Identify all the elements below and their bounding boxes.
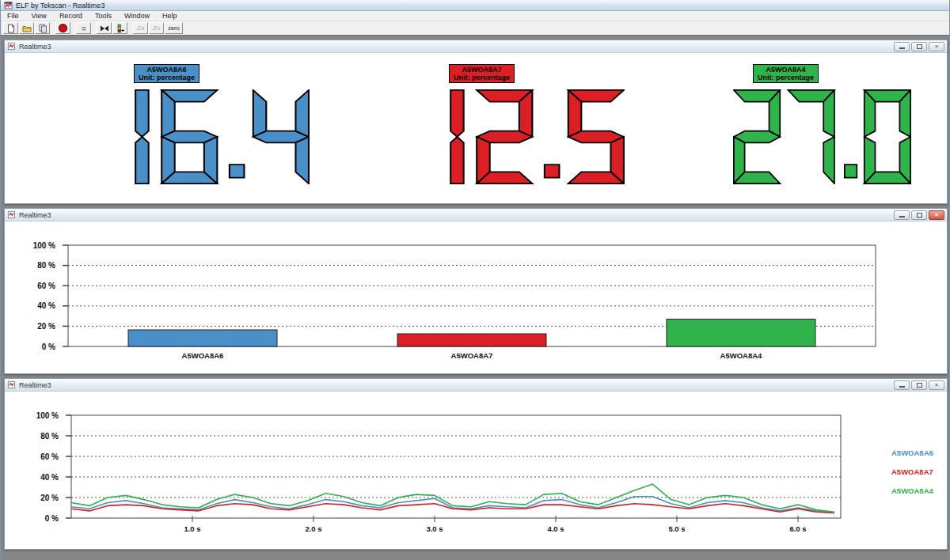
minimize-button[interactable]	[894, 380, 910, 390]
svg-text:A5WOA8A7: A5WOA8A7	[451, 351, 493, 360]
new-document-icon	[6, 24, 16, 33]
child-window-barchart: Realtime3 × 0 %20 %40 %60 %80 %100 %A5WO…	[4, 208, 948, 374]
realtime-window-icon	[7, 210, 16, 219]
menubar: File View Record Tools Window Help	[1, 11, 949, 21]
sensor-label-box: A5WOA8A4 Unit: percentage	[753, 64, 819, 83]
svg-text:A5WOA8A4: A5WOA8A4	[720, 351, 763, 360]
maximize-icon	[917, 44, 922, 49]
window-titlebar[interactable]: Realtime3 ×	[5, 40, 947, 53]
display-group: A5WOA8A6 Unit: percentage	[131, 64, 315, 184]
menu-item-view[interactable]: View	[25, 12, 53, 20]
window-titlebar[interactable]: Realtime3 ×	[5, 209, 947, 221]
svg-text:80 %: 80 %	[40, 432, 59, 441]
seven-segment-display	[131, 89, 310, 184]
close-icon: ×	[935, 212, 939, 218]
maximize-icon	[917, 383, 922, 388]
chart-legend: A5WOA8A6 A5WOA8A7 A5WOA8A4	[891, 444, 933, 501]
minimize-icon	[899, 216, 905, 218]
main-titlebar[interactable]: ELF by Tekscan - Realtime3	[1, 0, 949, 11]
svg-text:A5WOA8A6: A5WOA8A6	[182, 351, 224, 360]
stop-button[interactable]	[76, 22, 91, 34]
legend-item: A5WOA8A4	[891, 482, 933, 501]
child-window-linechart: Realtime3 × 0 %20 %40 %60 %80 %100 %1.0 …	[4, 378, 948, 550]
legend-item: A5WOA8A7	[891, 463, 933, 482]
close-button[interactable]: ×	[929, 42, 944, 51]
menu-item-tools[interactable]: Tools	[89, 12, 118, 20]
calibration-button[interactable]	[112, 22, 127, 34]
minimize-icon	[899, 386, 905, 388]
tare-a-icon: Za	[137, 25, 144, 32]
app-title: ELF by Tekscan - Realtime3	[16, 2, 104, 9]
minimize-button[interactable]	[894, 42, 910, 51]
new-document-button[interactable]	[3, 22, 18, 34]
menu-item-help[interactable]: Help	[156, 12, 184, 20]
svg-text:60 %: 60 %	[37, 282, 55, 290]
open-folder-icon	[22, 24, 32, 33]
svg-text:20 %: 20 %	[37, 322, 55, 331]
window-title: Realtime3	[19, 211, 892, 219]
tare-a-button[interactable]: Za	[133, 22, 148, 34]
svg-text:4.0 s: 4.0 s	[547, 524, 564, 533]
svg-text:6.0 s: 6.0 s	[789, 524, 806, 533]
svg-text:40 %: 40 %	[37, 301, 55, 310]
close-icon: ×	[935, 44, 939, 50]
realtime-window-icon	[7, 380, 16, 389]
svg-text:100 %: 100 %	[33, 241, 55, 250]
svg-text:3.0 s: 3.0 s	[426, 524, 443, 533]
maximize-icon	[917, 213, 922, 218]
close-button[interactable]: ×	[929, 210, 944, 220]
svg-text:40 %: 40 %	[40, 473, 59, 482]
window-title: Realtime3	[19, 43, 892, 51]
minimize-button[interactable]	[894, 210, 910, 220]
window-titlebar[interactable]: Realtime3 ×	[5, 379, 947, 392]
svg-text:100 %: 100 %	[36, 411, 59, 420]
record-button[interactable]	[55, 22, 70, 34]
svg-text:2.0 s: 2.0 s	[305, 524, 321, 533]
movie-icon	[100, 24, 109, 33]
barchart-content: 0 %20 %40 %60 %80 %100 %A5WOA8A6A5WOA8A7…	[5, 221, 947, 373]
copy-button[interactable]	[35, 22, 50, 34]
copy-icon	[38, 24, 48, 33]
tare-b-button[interactable]: Zo	[149, 22, 164, 34]
sensor-unit: Unit: percentage	[139, 74, 195, 81]
app-icon	[4, 1, 13, 9]
maximize-button[interactable]	[911, 210, 927, 220]
zero-button[interactable]: zero	[165, 22, 183, 34]
sensor-unit: Unit: percentage	[454, 74, 510, 81]
displays-content: A5WOA8A6 Unit: percentage A5WOA8A7 Unit:…	[5, 53, 947, 202]
svg-text:5.0 s: 5.0 s	[668, 524, 685, 533]
calibration-icon	[116, 24, 125, 33]
display-group: A5WOA8A4 Unit: percentage	[733, 64, 917, 184]
sensor-unit: Unit: percentage	[758, 74, 814, 81]
zero-button-label: zero	[168, 25, 180, 31]
menu-item-file[interactable]: File	[1, 12, 25, 20]
bar-chart: 0 %20 %40 %60 %80 %100 %A5WOA8A6A5WOA8A7…	[5, 221, 945, 372]
maximize-button[interactable]	[911, 380, 927, 390]
seven-segment-display	[733, 89, 911, 184]
svg-text:20 %: 20 %	[40, 494, 59, 502]
record-icon	[58, 23, 68, 33]
menu-item-record[interactable]: Record	[53, 12, 89, 20]
window-title: Realtime3	[19, 381, 892, 389]
display-group: A5WOA8A7 Unit: percentage	[446, 64, 630, 184]
sensor-name: A5WOA8A7	[454, 66, 510, 74]
mdi-workspace: Realtime3 × A5WOA8A6 Unit: percentage A5…	[1, 36, 950, 560]
legend-item: A5WOA8A6	[891, 444, 933, 463]
close-icon: ×	[935, 382, 939, 388]
movie-button[interactable]	[97, 22, 112, 34]
open-button[interactable]	[19, 22, 34, 34]
menu-item-window[interactable]: Window	[118, 12, 156, 20]
sensor-name: A5WOA8A6	[139, 66, 195, 74]
stop-icon	[79, 24, 89, 33]
svg-text:0 %: 0 %	[45, 514, 59, 523]
maximize-button[interactable]	[911, 42, 927, 51]
linechart-content: 0 %20 %40 %60 %80 %100 %1.0 s2.0 s3.0 s4…	[5, 392, 947, 548]
sensor-label-box: A5WOA8A7 Unit: percentage	[449, 64, 515, 83]
sensor-label-box: A5WOA8A6 Unit: percentage	[134, 64, 200, 83]
svg-text:80 %: 80 %	[37, 261, 55, 270]
toolbar: Za Zo zero	[1, 21, 949, 36]
sensor-name: A5WOA8A4	[758, 66, 814, 74]
svg-text:1.0 s: 1.0 s	[184, 524, 200, 533]
close-button[interactable]: ×	[929, 380, 944, 390]
minimize-icon	[899, 47, 905, 49]
